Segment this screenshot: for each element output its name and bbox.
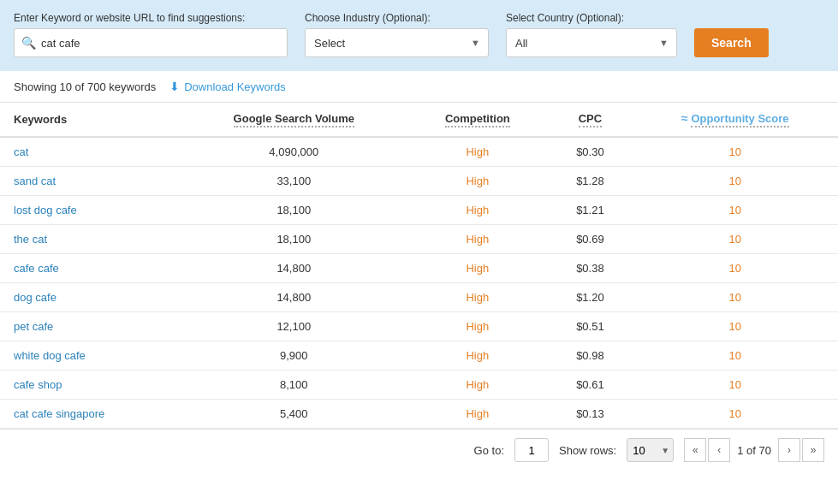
keyword-cell: cat cafe singapore: [0, 400, 181, 429]
industry-label: Choose Industry (Optional):: [305, 12, 489, 24]
keywords-table: Keywords Google Search Volume Competitio…: [0, 103, 838, 429]
download-keywords-link[interactable]: ⬇ Download Keywords: [169, 80, 286, 93]
keyword-cell: cat: [0, 137, 181, 167]
download-icon: ⬇: [169, 80, 180, 93]
pagination-bar: Go to: Show rows: 10 25 50 100 ▼ « ‹ 1 o…: [0, 429, 838, 471]
competition-cell: High: [407, 341, 549, 371]
volume-cell: 4,090,000: [181, 137, 407, 167]
volume-cell: 14,800: [181, 254, 407, 283]
first-page-button[interactable]: «: [684, 438, 706, 462]
table-header-row: Keywords Google Search Volume Competitio…: [0, 103, 838, 137]
rows-select-wrapper: 10 25 50 100 ▼: [627, 438, 674, 462]
goto-input[interactable]: [514, 438, 549, 462]
country-select[interactable]: All: [506, 28, 677, 57]
cpc-cell: $0.38: [548, 254, 633, 283]
table-row: cafe cafe 14,800 High $0.38 10: [0, 254, 838, 283]
score-cell: 10: [633, 254, 838, 283]
competition-cell: High: [407, 254, 549, 283]
keyword-label: Enter Keyword or website URL to find sug…: [14, 12, 288, 24]
competition-cell: High: [407, 137, 549, 167]
keyword-cell: sand cat: [0, 167, 181, 196]
score-cell: 10: [633, 312, 838, 341]
keyword-cell: cafe cafe: [0, 254, 181, 283]
competition-cell: High: [407, 167, 549, 196]
keyword-cell: pet cafe: [0, 312, 181, 341]
table-row: cat cafe singapore 5,400 High $0.13 10: [0, 400, 838, 429]
next-page-button[interactable]: ›: [778, 438, 800, 462]
cpc-cell: $0.30: [548, 137, 633, 167]
showing-text: Showing 10 of 700 keywords: [14, 80, 156, 93]
score-cell: 10: [633, 167, 838, 196]
score-cell: 10: [633, 137, 838, 167]
competition-cell: High: [407, 196, 549, 225]
score-cell: 10: [633, 371, 838, 400]
cpc-cell: $1.20: [548, 283, 633, 312]
prev-page-button[interactable]: ‹: [708, 438, 730, 462]
industry-select[interactable]: Select: [305, 28, 489, 57]
table-row: sand cat 33,100 High $1.28 10: [0, 167, 838, 196]
score-cell: 10: [633, 341, 838, 371]
competition-cell: High: [407, 312, 549, 341]
volume-cell: 18,100: [181, 196, 407, 225]
cpc-cell: $1.21: [548, 196, 633, 225]
table-row: the cat 18,100 High $0.69 10: [0, 225, 838, 254]
cpc-cell: $0.61: [548, 371, 633, 400]
score-cell: 10: [633, 225, 838, 254]
table-row: dog cafe 14,800 High $1.20 10: [0, 283, 838, 312]
cpc-cell: $0.51: [548, 312, 633, 341]
col-opportunity: ≈ Opportunity Score: [633, 103, 838, 137]
competition-cell: High: [407, 400, 549, 429]
keywords-table-container: Keywords Google Search Volume Competitio…: [0, 103, 838, 429]
search-button[interactable]: Search: [694, 28, 769, 57]
keyword-cell: the cat: [0, 225, 181, 254]
table-row: white dog cafe 9,900 High $0.98 10: [0, 341, 838, 371]
volume-cell: 12,100: [181, 312, 407, 341]
score-cell: 10: [633, 196, 838, 225]
volume-cell: 8,100: [181, 371, 407, 400]
volume-cell: 9,900: [181, 341, 407, 371]
competition-cell: High: [407, 371, 549, 400]
volume-cell: 18,100: [181, 225, 407, 254]
keyword-cell: dog cafe: [0, 283, 181, 312]
country-select-wrapper: All ▼: [506, 28, 677, 57]
rows-select[interactable]: 10 25 50 100: [627, 438, 674, 462]
keyword-cell: cafe shop: [0, 371, 181, 400]
volume-cell: 33,100: [181, 167, 407, 196]
competition-cell: High: [407, 225, 549, 254]
keyword-cell: lost dog cafe: [0, 196, 181, 225]
cpc-cell: $0.13: [548, 400, 633, 429]
score-cell: 10: [633, 400, 838, 429]
rows-label: Show rows:: [559, 444, 616, 457]
country-label: Select Country (Optional):: [506, 12, 677, 24]
cpc-cell: $0.98: [548, 341, 633, 371]
keyword-input-wrapper: 🔍: [14, 28, 288, 57]
col-volume: Google Search Volume: [181, 103, 407, 137]
keyword-cell: white dog cafe: [0, 341, 181, 371]
page-navigation: « ‹ 1 of 70 › »: [684, 438, 824, 462]
volume-cell: 14,800: [181, 283, 407, 312]
col-competition: Competition: [407, 103, 549, 137]
last-page-button[interactable]: »: [802, 438, 824, 462]
cpc-cell: $1.28: [548, 167, 633, 196]
score-cell: 10: [633, 283, 838, 312]
table-body: cat 4,090,000 High $0.30 10 sand cat 33,…: [0, 137, 838, 429]
country-field-group: Select Country (Optional): All ▼: [506, 12, 677, 57]
goto-label: Go to:: [474, 444, 504, 457]
col-cpc: CPC: [548, 103, 633, 137]
download-label: Download Keywords: [184, 80, 286, 93]
table-row: cat 4,090,000 High $0.30 10: [0, 137, 838, 167]
table-row: cafe shop 8,100 High $0.61 10: [0, 371, 838, 400]
sub-header: Showing 10 of 700 keywords ⬇ Download Ke…: [0, 71, 838, 103]
keyword-field-group: Enter Keyword or website URL to find sug…: [14, 12, 288, 57]
competition-cell: High: [407, 283, 549, 312]
page-info: 1 of 70: [732, 444, 776, 457]
industry-field-group: Choose Industry (Optional): Select ▼: [305, 12, 489, 57]
table-row: pet cafe 12,100 High $0.51 10: [0, 312, 838, 341]
cpc-cell: $0.69: [548, 225, 633, 254]
industry-select-wrapper: Select ▼: [305, 28, 489, 57]
col-keywords: Keywords: [0, 103, 181, 137]
keyword-input[interactable]: [41, 37, 280, 50]
volume-cell: 5,400: [181, 400, 407, 429]
search-icon: 🔍: [21, 36, 36, 50]
table-row: lost dog cafe 18,100 High $1.21 10: [0, 196, 838, 225]
